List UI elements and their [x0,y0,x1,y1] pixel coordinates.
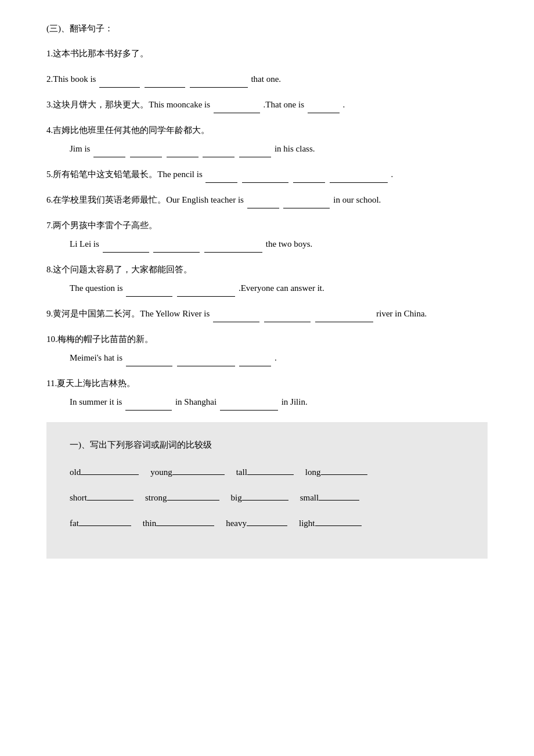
word-big-label: big [231,493,242,503]
q3-blank2[interactable] [308,103,340,113]
q11-chinese: 11.夏天上海比吉林热。 [46,375,488,392]
q9-text: 9.黄河是中国第二长河。The Yellow River is [46,309,212,318]
word-thin-blank[interactable] [156,516,214,526]
q7-text: Li Lei is [70,239,102,249]
q6-text: 6.在学校里我们英语老师最忙。Our English teacher is [46,195,246,204]
q5-end: . [391,170,393,179]
q10-chinese: 10.梅梅的帽子比苗苗的新。 [46,330,488,348]
word-short-label: short [70,493,87,503]
word-item-thin: thin [143,516,214,528]
word-young-label: young [150,467,172,477]
q10-blank1[interactable] [126,356,172,366]
section-title: (三)、翻译句子： [46,23,488,34]
word-heavy-label: heavy [226,519,247,528]
q9-blank1[interactable] [213,312,259,322]
word-fat-blank[interactable] [79,516,131,526]
word-item-young: young [150,465,225,477]
q2-blank1[interactable] [99,77,140,88]
q4-english: Jim is in his class. [70,140,488,157]
q9-blank2[interactable] [264,312,311,322]
word-item-small: small [300,490,360,503]
question-1: 1.这本书比那本书好多了。 [46,45,488,62]
word-item-strong: strong [145,490,219,503]
word-item-heavy: heavy [226,516,287,528]
q10-end: . [275,353,277,362]
q3-blank1[interactable] [214,103,260,113]
q5-text: 5.所有铅笔中这支铅笔最长。The pencil is [46,170,204,179]
q3-end: . [342,100,345,109]
q8-chinese: 8.这个问题太容易了，大家都能回答。 [46,261,488,278]
question-8: 8.这个问题太容易了，大家都能回答。 The question is .Ever… [46,261,488,297]
q4-blank4[interactable] [203,147,234,157]
q7-english: Li Lei is the two boys. [70,235,488,253]
q6-blank1[interactable] [247,198,279,208]
word-tall-blank[interactable] [247,465,294,475]
q11-english: In summer it is in Shanghai in Jilin. [70,393,488,411]
question-6: 6.在学校里我们英语老师最忙。Our English teacher is in… [46,191,488,208]
question-10: 10.梅梅的帽子比苗苗的新。 Meimei's hat is . [46,330,488,366]
q11-blank2[interactable] [220,400,278,411]
question-3: 3.这块月饼大，那块更大。This mooncake is .That one … [46,96,488,113]
q3-mid: .That one is [264,100,306,109]
word-item-big: big [231,490,288,503]
word-old-blank[interactable] [81,465,139,475]
question-4: 4.吉姆比他班里任何其他的同学年龄都大。 Jim is in his class… [46,121,488,157]
q4-end: in his class. [275,144,315,153]
word-small-label: small [300,493,319,503]
q8-blank2[interactable] [177,286,235,297]
q8-text: The question is [70,283,125,293]
word-item-fat: fat [70,516,131,528]
word-row-3: fat thin heavy light [70,516,464,528]
main-content: (三)、翻译句子： 1.这本书比那本书好多了。 2.This book is t… [46,23,488,559]
q4-chinese: 4.吉姆比他班里任何其他的同学年龄都大。 [46,121,488,139]
q7-blank2[interactable] [153,242,200,253]
q4-blank3[interactable] [167,147,199,157]
q11-mid: in Shanghai [175,397,219,406]
word-thin-label: thin [143,519,156,528]
q10-english: Meimei's hat is . [70,349,488,366]
word-small-blank[interactable] [319,490,359,501]
q1-chinese: 1.这本书比那本书好多了。 [46,45,488,62]
word-short-blank[interactable] [87,490,134,501]
q5-blank2[interactable] [242,172,288,183]
q8-english: The question is .Everyone can answer it. [70,279,488,297]
q7-chinese: 7.两个男孩中李雷个子高些。 [46,217,488,234]
question-9: 9.黄河是中国第二长河。The Yellow River is river in… [46,305,488,322]
q10-blank2[interactable] [177,356,235,366]
q11-text: In summer it is [70,397,124,406]
word-strong-blank[interactable] [167,490,219,501]
word-long-blank[interactable] [321,465,367,475]
word-row-1: old young tall long [70,465,464,477]
q2-end: that one. [251,74,281,84]
q8-blank1[interactable] [126,286,172,297]
q6-blank2[interactable] [283,198,330,208]
q9-blank3[interactable] [315,312,373,322]
word-row-2: short strong big small [70,490,464,503]
q4-blank2[interactable] [130,147,162,157]
word-young-blank[interactable] [172,465,225,475]
q5-blank1[interactable] [205,172,237,183]
q5-blank4[interactable] [330,172,388,183]
word-light-blank[interactable] [315,516,362,526]
q2-text: 2.This book is [46,74,98,84]
q11-end: in Jilin. [282,397,308,406]
q11-blank1[interactable] [125,400,172,411]
word-big-blank[interactable] [242,490,288,501]
q9-end: river in China. [376,309,427,318]
q7-end: the two boys. [266,239,312,249]
word-item-tall: tall [236,465,294,477]
q7-blank1[interactable] [103,242,149,253]
q4-blank1[interactable] [93,147,125,157]
word-item-short: short [70,490,134,503]
q8-end: .Everyone can answer it. [239,283,324,293]
word-strong-label: strong [145,493,167,503]
q10-blank3[interactable] [239,356,271,366]
q2-blank2[interactable] [145,77,185,88]
q4-text: Jim is [70,144,92,153]
q2-blank3[interactable] [190,77,248,88]
q4-blank5[interactable] [239,147,271,157]
word-fat-label: fat [70,519,79,528]
q5-blank3[interactable] [293,172,325,183]
word-heavy-blank[interactable] [247,516,287,526]
q7-blank3[interactable] [204,242,262,253]
